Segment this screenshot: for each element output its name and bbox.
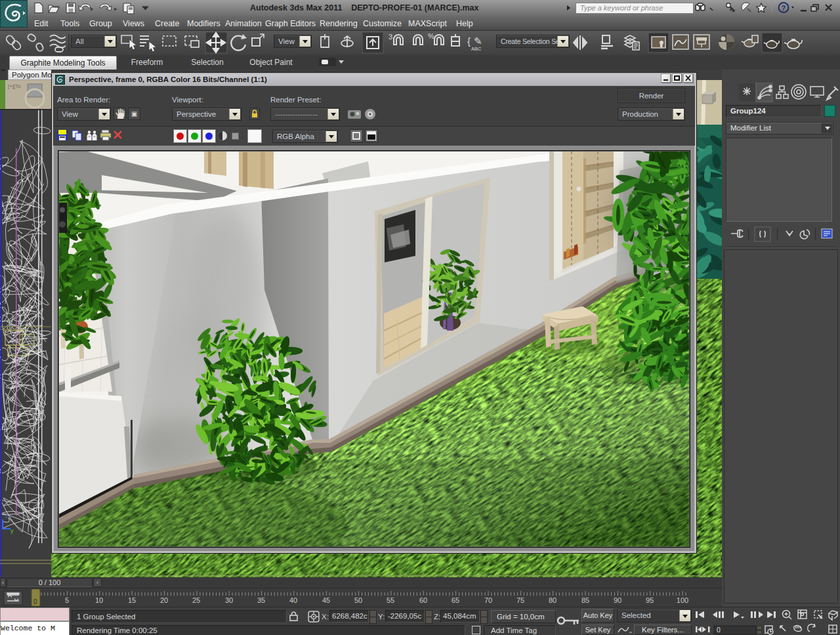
svg-text:20: 20 <box>160 596 168 604</box>
svg-text:50: 50 <box>354 596 362 604</box>
svg-text:10: 10 <box>95 596 103 604</box>
svg-text:3: 3 <box>388 33 392 41</box>
svg-text:z: z <box>5 513 9 520</box>
svg-text:0: 0 <box>717 626 721 634</box>
svg-text:?: ? <box>782 4 786 12</box>
svg-text:[+][To: [+][To <box>8 83 21 89</box>
svg-text:100: 100 <box>677 596 688 604</box>
svg-text:✎: ✎ <box>474 35 482 47</box>
svg-text:85: 85 <box>581 596 589 604</box>
svg-text:ABC: ABC <box>471 46 482 52</box>
svg-text:95: 95 <box>646 596 654 604</box>
svg-text:70: 70 <box>484 596 492 604</box>
svg-text:90: 90 <box>614 596 621 604</box>
svg-text:{: { <box>467 35 471 47</box>
svg-text:0: 0 <box>33 598 37 605</box>
svg-text:45: 45 <box>322 596 330 604</box>
svg-text:y: y <box>10 527 14 534</box>
svg-text:60: 60 <box>419 596 427 604</box>
svg-text:80: 80 <box>549 596 556 604</box>
svg-text:35: 35 <box>257 596 265 604</box>
svg-text:%: % <box>428 32 434 40</box>
svg-text:75: 75 <box>516 596 524 604</box>
svg-text:5: 5 <box>65 596 69 604</box>
svg-text:65: 65 <box>452 596 459 604</box>
svg-text:55: 55 <box>387 596 394 604</box>
svg-text:30: 30 <box>225 596 233 604</box>
svg-text:15: 15 <box>128 596 136 604</box>
svg-text:40: 40 <box>289 596 297 604</box>
svg-text:25: 25 <box>192 596 200 604</box>
